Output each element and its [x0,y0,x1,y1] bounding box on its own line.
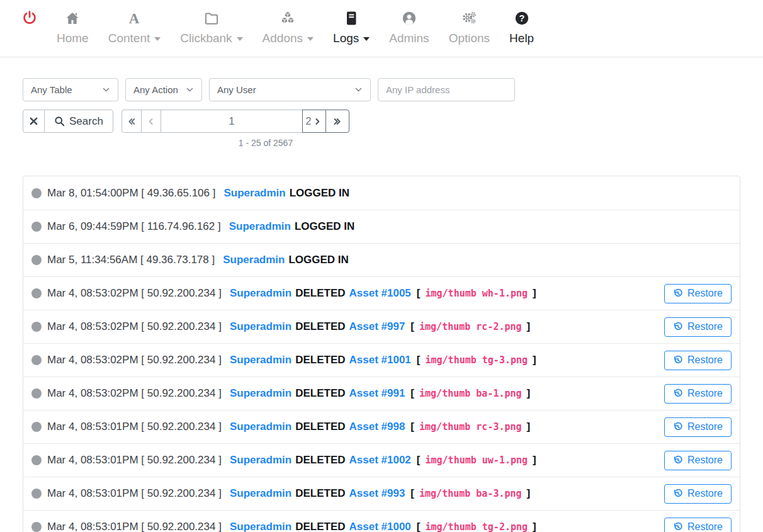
nav-item-clickbank[interactable]: Clickbank [180,10,242,45]
log-user-link[interactable]: Superadmin [230,387,291,400]
logs-page: Any Table Any Action Any User Search [0,78,763,532]
log-row: Mar 4, 08:53:02PM [ 50.92.200.234 ] Supe… [23,376,740,410]
clear-filters-button[interactable] [23,110,45,133]
nav-item-admins[interactable]: Admins [389,10,429,45]
first-page-button[interactable] [122,110,142,133]
log-user-link[interactable]: Superadmin [223,187,285,200]
logbook-icon [344,10,359,26]
log-target-link[interactable]: Asset #1002 [349,454,411,467]
nav-item-help[interactable]: ? Help [509,10,534,45]
log-row: Mar 4, 08:53:01PM [ 50.92.200.234 ] Supe… [23,477,740,510]
current-page-input[interactable]: 1 [161,110,303,133]
svg-text:A: A [129,11,140,26]
bracket-close: ] [527,320,531,333]
log-user-link[interactable]: Superadmin [230,320,291,333]
log-action: DELETED [295,421,345,433]
caret-down-icon [154,37,161,41]
nav-item-label: Admins [389,31,429,45]
filter-bar: Any Table Any Action Any User [23,78,740,101]
log-user-link[interactable]: Superadmin [230,487,291,500]
log-action: DELETED [295,354,345,366]
log-target-link[interactable]: Asset #998 [349,421,405,433]
restore-button[interactable]: Restore [664,518,732,532]
log-target-link[interactable]: Asset #997 [349,320,405,333]
table-filter-select[interactable]: Any Table [23,78,118,101]
log-target-link[interactable]: Asset #1005 [349,287,411,300]
restore-button[interactable]: Restore [664,284,732,303]
nav-item-options[interactable]: Options [449,10,490,45]
restore-button[interactable]: Restore [664,317,732,337]
action-filter-select[interactable]: Any Action [125,78,202,101]
caret-down-icon [363,37,370,41]
log-user-link[interactable]: Superadmin [230,354,291,366]
log-target-link[interactable]: Asset #993 [349,487,405,500]
log-target-link[interactable]: Asset #1000 [349,521,411,532]
log-timestamp-ip: Mar 4, 08:53:01PM [ 50.92.200.234 ] [47,521,222,532]
log-target-link[interactable]: Asset #1001 [349,354,411,366]
next-page-number: 2 [305,116,311,127]
restore-button-label: Restore [687,488,723,499]
log-timestamp-ip: Mar 4, 08:53:02PM [ 50.92.200.234 ] [47,354,222,366]
prev-page-button[interactable] [141,110,161,133]
font-icon: A [127,10,142,26]
log-timestamp-ip: Mar 4, 08:53:01PM [ 50.92.200.234 ] [47,454,222,467]
log-timestamp-ip: Mar 4, 08:53:01PM [ 50.92.200.234 ] [47,421,222,433]
log-target-link[interactable]: Asset #991 [349,387,405,400]
chevron-down-icon [354,86,363,94]
bracket-close: ] [527,387,531,400]
log-file-path: img/thumb wh-1.png [425,288,528,299]
log-file-path: img/thumb tg-3.png [425,354,528,366]
history-icon [673,489,683,499]
nav-items: Home A Content Clickbank Addons Logs Adm… [57,10,534,45]
restore-button[interactable]: Restore [664,451,732,470]
nav-item-addons[interactable]: Addons [263,10,314,45]
log-timestamp-ip: Mar 4, 08:53:02PM [ 50.92.200.234 ] [47,287,222,300]
log-timestamp-ip: Mar 8, 01:54:00PM [ 49.36.65.106 ] [47,187,215,200]
nav-item-logs[interactable]: Logs [333,10,370,45]
log-timestamp-ip: Mar 4, 08:53:02PM [ 50.92.200.234 ] [47,320,222,333]
log-action: DELETED [295,521,345,532]
restore-button[interactable]: Restore [664,484,732,504]
log-user-link[interactable]: Superadmin [223,254,285,266]
ip-filter-input[interactable] [378,78,515,101]
user-filter-select[interactable]: Any User [209,78,371,101]
bracket-close: ] [527,487,531,500]
log-timestamp-ip: Mar 4, 08:53:01PM [ 50.92.200.234 ] [47,487,222,500]
gears-icon [461,10,477,26]
history-icon [673,422,683,432]
log-user-link[interactable]: Superadmin [229,220,291,233]
log-user-link[interactable]: Superadmin [230,454,291,467]
svg-text:?: ? [519,13,524,23]
log-action: LOGGED IN [290,187,349,200]
search-button[interactable]: Search [44,110,113,133]
log-action: DELETED [295,387,345,400]
status-dot-icon [31,188,42,198]
bracket-close: ] [533,287,536,300]
log-action: DELETED [295,287,345,300]
nav-item-label: Addons [263,31,303,45]
status-dot-icon [31,455,42,465]
log-user-link[interactable]: Superadmin [230,287,291,300]
bracket-open: [ [410,421,414,433]
log-row: Mar 4, 08:53:01PM [ 50.92.200.234 ] Supe… [23,510,740,532]
bracket-open: [ [410,387,414,400]
nav-item-home[interactable]: Home [57,10,89,45]
restore-button-label: Restore [687,421,723,433]
restore-button[interactable]: Restore [664,417,732,437]
next-page-button[interactable]: 2 [302,110,326,133]
log-action: DELETED [295,454,345,467]
restore-button[interactable]: Restore [664,351,732,370]
search-button-group: Search [23,110,113,133]
nav-item-content[interactable]: A Content [108,10,161,45]
chevron-down-icon [186,86,194,94]
last-page-button[interactable] [325,110,349,133]
log-user-link[interactable]: Superadmin [230,421,291,433]
search-toolbar: Search 1 2 [23,110,740,133]
nav-item-label: Logs [333,31,359,45]
log-user-link[interactable]: Superadmin [230,521,291,532]
log-row: Mar 4, 08:53:01PM [ 50.92.200.234 ] Supe… [23,443,740,477]
restore-button[interactable]: Restore [664,384,732,404]
power-icon[interactable] [22,10,37,25]
history-icon [673,355,683,365]
bracket-open: [ [417,354,421,366]
